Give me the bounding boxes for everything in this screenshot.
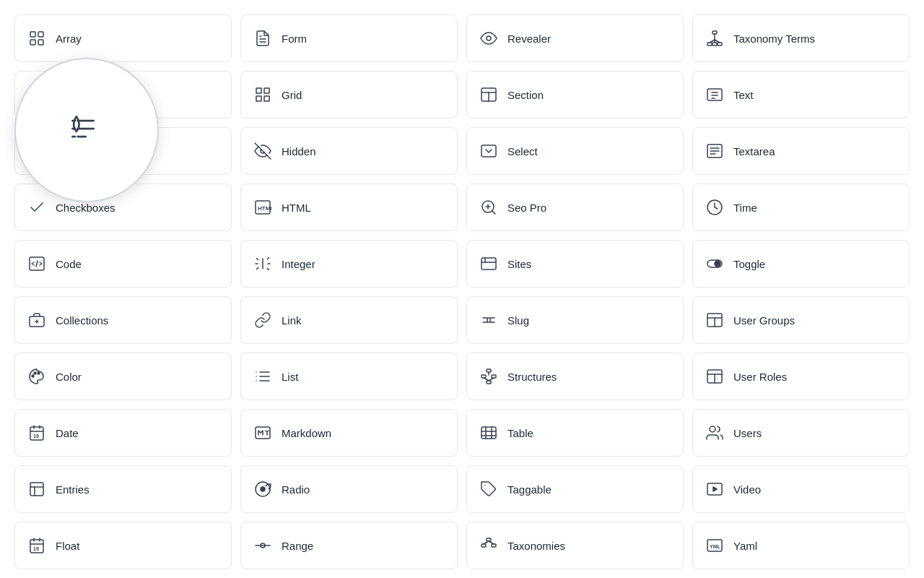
- card-text[interactable]: Text: [692, 71, 910, 118]
- card-date[interactable]: 19Date: [14, 409, 232, 457]
- svg-line-68: [489, 378, 494, 381]
- color-label: Color: [56, 371, 82, 383]
- card-taggable[interactable]: Taggable: [466, 465, 684, 513]
- table-icon: [479, 423, 499, 443]
- card-radio[interactable]: Radio: [240, 465, 458, 513]
- svg-rect-16: [264, 96, 269, 101]
- range-icon: [253, 535, 273, 556]
- card-array[interactable]: Array: [14, 14, 232, 62]
- sites-icon: [479, 254, 499, 274]
- card-seo-pro[interactable]: Seo Pro: [466, 184, 684, 231]
- card-user-roles[interactable]: User Roles: [692, 353, 910, 400]
- markdown-label: Markdown: [282, 427, 331, 439]
- form-label: Form: [282, 33, 307, 45]
- section-label: Section: [507, 89, 544, 101]
- card-select[interactable]: Select: [466, 127, 684, 175]
- card-code[interactable]: Code: [14, 240, 232, 288]
- card-integer[interactable]: Integer: [240, 240, 458, 288]
- checkboxes-label: Checkboxes: [56, 202, 116, 214]
- card-video[interactable]: Video: [692, 465, 910, 513]
- card-taxonomies[interactable]: Taxonomies: [466, 522, 684, 569]
- toggle-label: Toggle: [733, 258, 765, 270]
- video-label: Video: [733, 483, 761, 496]
- svg-point-54: [34, 372, 36, 374]
- svg-rect-1: [38, 32, 43, 37]
- time-icon: [705, 197, 725, 217]
- svg-rect-15: [264, 88, 269, 93]
- list-icon: [253, 366, 273, 387]
- textarea-icon: [705, 141, 725, 161]
- card-link[interactable]: Link: [240, 296, 458, 344]
- text-label: Text: [733, 89, 754, 101]
- svg-line-36: [492, 211, 495, 214]
- code-icon: [27, 254, 47, 274]
- card-entries[interactable]: Entries: [14, 465, 232, 513]
- card-collections[interactable]: Collections: [14, 296, 232, 344]
- form-icon: [253, 28, 273, 48]
- taxonomy-terms-icon: [705, 28, 725, 48]
- hidden-icon: [253, 141, 273, 161]
- float-label: Float: [56, 540, 79, 552]
- radio-label: Radio: [282, 483, 310, 496]
- svg-point-6: [487, 36, 491, 40]
- svg-rect-78: [481, 427, 496, 439]
- card-table[interactable]: Table: [466, 409, 684, 457]
- html-icon: HTML: [253, 197, 273, 217]
- card-time[interactable]: Time: [692, 184, 910, 231]
- card-range[interactable]: Range: [240, 522, 458, 569]
- card-textarea[interactable]: Textarea: [692, 127, 910, 175]
- svg-point-53: [32, 375, 34, 377]
- card-color[interactable]: Color: [14, 353, 232, 400]
- svg-rect-84: [30, 483, 43, 496]
- structures-icon: [479, 366, 499, 387]
- code-label: Code: [56, 258, 82, 270]
- grid-label: Grid: [282, 89, 302, 101]
- card-slug[interactable]: Slug: [466, 296, 684, 344]
- svg-rect-42: [481, 258, 496, 269]
- date-label: Date: [56, 427, 79, 439]
- bard-zoom-overlay: [14, 58, 159, 202]
- entries-label: Entries: [56, 483, 90, 496]
- svg-line-67: [484, 378, 489, 381]
- user-roles-label: User Roles: [733, 371, 787, 383]
- seo-pro-icon: [479, 197, 499, 217]
- markdown-icon: [253, 423, 273, 443]
- link-label: Link: [282, 314, 302, 327]
- select-label: Select: [507, 145, 538, 158]
- card-yaml[interactable]: YMLYaml: [692, 522, 910, 569]
- seo-pro-label: Seo Pro: [507, 202, 546, 214]
- card-list[interactable]: List: [240, 353, 458, 400]
- range-label: Range: [282, 540, 313, 552]
- card-html[interactable]: HTMLHTML: [240, 184, 458, 231]
- card-form[interactable]: Form: [240, 14, 458, 62]
- integer-icon: [253, 254, 273, 274]
- card-user-groups[interactable]: User Groups: [692, 296, 910, 344]
- svg-text:HTML: HTML: [258, 205, 271, 212]
- taggable-label: Taggable: [507, 483, 552, 496]
- grid-icon: [253, 85, 273, 105]
- integer-label: Integer: [282, 258, 315, 270]
- card-sites[interactable]: Sites: [466, 240, 684, 288]
- revealer-label: Revealer: [507, 33, 551, 45]
- svg-point-55: [38, 372, 40, 374]
- card-users[interactable]: Users: [692, 409, 910, 457]
- card-float[interactable]: 19Float: [14, 522, 232, 569]
- card-grid[interactable]: Grid: [240, 71, 458, 118]
- bard-zoom-icon: [67, 113, 99, 147]
- card-toggle[interactable]: Toggle: [692, 240, 910, 288]
- user-groups-label: User Groups: [733, 314, 795, 327]
- radio-icon: [253, 479, 273, 499]
- section-icon: [479, 85, 499, 105]
- card-markdown[interactable]: Markdown: [240, 409, 458, 457]
- textarea-label: Textarea: [733, 145, 775, 158]
- card-taxonomy-terms[interactable]: Taxonomy Terms: [692, 14, 910, 62]
- hidden-label: Hidden: [282, 145, 316, 158]
- card-revealer[interactable]: Revealer: [466, 14, 684, 62]
- card-structures[interactable]: Structures: [466, 353, 684, 400]
- taxonomy-terms-label: Taxonomy Terms: [733, 33, 815, 45]
- card-hidden[interactable]: Hidden: [240, 127, 458, 175]
- card-section[interactable]: Section: [466, 71, 684, 118]
- list-label: List: [282, 371, 298, 383]
- slug-label: Slug: [507, 314, 529, 327]
- video-icon: [705, 479, 725, 499]
